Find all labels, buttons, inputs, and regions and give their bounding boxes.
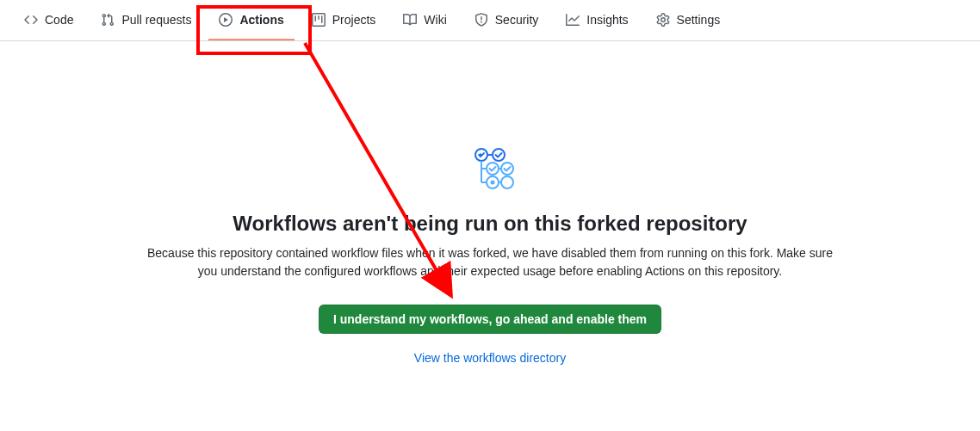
book-icon — [403, 13, 417, 27]
repo-tabnav: Code Pull requests Actions Projects Wiki… — [0, 0, 980, 41]
svg-point-7 — [493, 149, 505, 161]
tab-actions[interactable]: Actions — [208, 0, 294, 40]
svg-point-10 — [501, 163, 513, 175]
tab-security[interactable]: Security — [464, 0, 549, 40]
shield-icon — [474, 13, 488, 27]
project-icon — [312, 13, 326, 27]
main-content: Workflows aren't being run on this forke… — [0, 41, 980, 365]
tab-code-label: Code — [45, 13, 73, 27]
tab-pulls-label: Pull requests — [121, 13, 191, 27]
code-icon — [24, 13, 38, 27]
graph-icon — [566, 13, 580, 27]
tab-code[interactable]: Code — [14, 0, 84, 40]
page-title: Workflows aren't being run on this forke… — [233, 212, 747, 236]
tab-projects[interactable]: Projects — [301, 0, 387, 40]
svg-point-8 — [487, 163, 499, 175]
tab-insights-label: Insights — [586, 13, 628, 27]
gear-icon — [656, 13, 670, 27]
tab-wiki-label: Wiki — [424, 13, 446, 27]
tab-settings[interactable]: Settings — [646, 0, 731, 40]
tab-security-label: Security — [495, 13, 539, 27]
tab-actions-label: Actions — [239, 13, 283, 27]
tab-pulls[interactable]: Pull requests — [90, 0, 202, 40]
play-circle-icon — [219, 13, 233, 27]
pull-request-icon — [101, 13, 115, 27]
workflow-illustration-icon — [466, 145, 514, 196]
tab-projects-label: Projects — [332, 13, 376, 27]
tab-wiki[interactable]: Wiki — [393, 0, 456, 40]
svg-point-14 — [501, 176, 513, 188]
enable-workflows-button[interactable]: I understand my workflows, go ahead and … — [319, 305, 661, 334]
tab-settings-label: Settings — [677, 13, 721, 27]
tab-insights[interactable]: Insights — [555, 0, 638, 40]
svg-point-12 — [491, 181, 495, 185]
page-description: Because this repository contained workfl… — [137, 244, 843, 280]
view-workflows-link[interactable]: View the workflows directory — [414, 351, 566, 365]
